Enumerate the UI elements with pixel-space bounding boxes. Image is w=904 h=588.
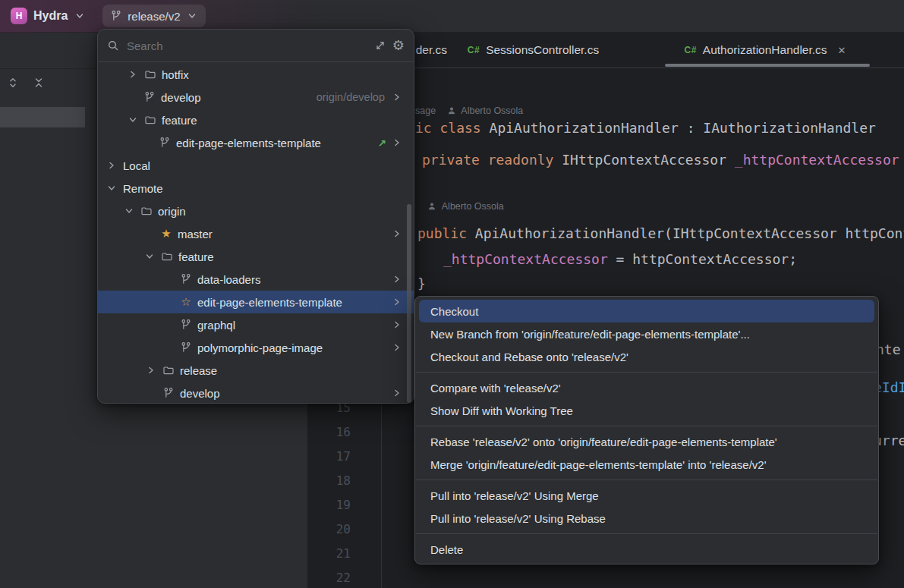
branch-row-hotfix[interactable]: hotfix bbox=[98, 63, 414, 86]
submenu-chevron-icon bbox=[391, 273, 403, 285]
submenu-chevron-icon bbox=[391, 296, 403, 308]
git-branch-icon bbox=[180, 341, 192, 354]
chevron-down-icon bbox=[106, 182, 118, 194]
person-icon bbox=[427, 202, 436, 211]
person-icon bbox=[447, 106, 456, 115]
menu-item-label: New Branch from 'origin/feature/edit-pag… bbox=[430, 328, 750, 341]
chevron-right-icon bbox=[145, 364, 157, 376]
branch-row-polymorphic-page-image[interactable]: polymorphic-page-image bbox=[98, 336, 414, 359]
branch-label: feature bbox=[162, 114, 197, 127]
tab-label: SessionsController.cs bbox=[486, 43, 599, 57]
submenu-chevron-icon bbox=[391, 387, 403, 399]
line-number: 21 bbox=[320, 546, 351, 561]
project-widget[interactable]: H Hydra bbox=[11, 8, 86, 24]
popup-scrollbar[interactable] bbox=[407, 204, 411, 403]
search-input[interactable] bbox=[125, 39, 368, 53]
branch-widget[interactable]: release/v2 bbox=[102, 5, 205, 27]
menu-item-label: Show Diff with Working Tree bbox=[430, 404, 573, 417]
left-panel-selected-row[interactable] bbox=[0, 107, 85, 127]
submenu-chevron-icon bbox=[391, 319, 403, 331]
line-number: 17 bbox=[320, 449, 351, 464]
code-line: public ApiAuthorizationHandler(IHttpCont… bbox=[417, 225, 904, 241]
project-icon: H bbox=[11, 8, 27, 24]
submenu-chevron-icon bbox=[391, 341, 403, 354]
branch-widget-label: release/v2 bbox=[128, 10, 180, 23]
branch-row-feature[interactable]: feature bbox=[98, 108, 414, 131]
branch-row-remote[interactable]: Remote bbox=[98, 177, 414, 200]
branch-row-release[interactable]: release bbox=[98, 359, 414, 382]
branch-row-graphql[interactable]: graphql bbox=[98, 313, 414, 336]
search-icon bbox=[107, 39, 119, 52]
branch-label: edit-page-elements-template bbox=[176, 137, 321, 149]
tab-sessionscontroller-cs[interactable]: C#SessionsController.cs bbox=[455, 33, 611, 68]
collapse-all-icon[interactable] bbox=[30, 74, 47, 91]
menu-separator bbox=[416, 533, 877, 534]
branch-label: Local bbox=[123, 159, 150, 172]
branch-label: polymorphic-page-image bbox=[197, 341, 323, 354]
tab-label: AuthorizationHandler.cs bbox=[703, 43, 827, 57]
star-filled-icon: ★ bbox=[160, 228, 172, 240]
branch-label: feature bbox=[178, 250, 214, 263]
menu-item-compare-with-release-v2[interactable]: Compare with 'release/v2' bbox=[415, 376, 878, 399]
menu-item-label: Pull into 'release/v2' Using Rebase bbox=[430, 512, 606, 525]
git-branch-icon bbox=[180, 273, 192, 285]
branch-row-local[interactable]: Local bbox=[98, 154, 414, 177]
chevron-down-icon bbox=[74, 10, 86, 22]
branch-label: data-loaders bbox=[197, 273, 260, 286]
branch-row-develop[interactable]: develop bbox=[98, 382, 414, 404]
branch-row-edit-page-elements-template[interactable]: ☆edit-page-elements-template bbox=[98, 291, 414, 313]
branch-row-develop[interactable]: developorigin/develop bbox=[98, 86, 414, 108]
menu-item-pull-into-release-v2-using-rebase[interactable]: Pull into 'release/v2' Using Rebase bbox=[415, 507, 878, 530]
tab-label: der.cs bbox=[416, 43, 447, 57]
code-line: nte bbox=[876, 341, 901, 357]
menu-item-delete[interactable]: Delete bbox=[415, 538, 878, 561]
ide-window: H Hydra release/v2 der.csC#SessionsContr… bbox=[0, 0, 904, 588]
chevron-right-icon bbox=[106, 159, 118, 171]
chevron-down-icon bbox=[143, 250, 156, 263]
branch-row-data-loaders[interactable]: data-loaders bbox=[98, 268, 414, 291]
menu-item-label: Compare with 'release/v2' bbox=[430, 382, 561, 395]
submenu-chevron-icon bbox=[391, 137, 403, 149]
menu-item-checkout-and-rebase-onto-release-v2[interactable]: Checkout and Rebase onto 'release/v2' bbox=[415, 345, 878, 368]
tab-authorizationhandler-cs[interactable]: C#AuthorizationHandler.cs✕ bbox=[650, 33, 880, 68]
line-number: 19 bbox=[320, 498, 351, 512]
project-name: Hydra bbox=[33, 9, 68, 23]
branch-label: edit-page-elements-template bbox=[197, 296, 342, 309]
menu-item-pull-into-release-v2-using-merge[interactable]: Pull into 'release/v2' Using Merge bbox=[415, 484, 878, 507]
menu-separator bbox=[416, 372, 877, 373]
branch-label: develop bbox=[161, 91, 201, 104]
menu-item-merge-origin-feature-edit-page-elements-template-into-release-v2[interactable]: Merge 'origin/feature/edit-page-elements… bbox=[415, 453, 878, 476]
branch-tree: hotfixdeveloporigin/developfeatureedit-p… bbox=[98, 62, 414, 404]
submenu-chevron-icon bbox=[391, 91, 403, 103]
chevron-down-icon bbox=[186, 10, 198, 22]
branch-row-edit-page-elements-template[interactable]: edit-page-elements-template↗ bbox=[98, 131, 414, 154]
folder-icon bbox=[161, 250, 173, 263]
menu-item-rebase-release-v2-onto-origin-feature-edit-page-elements-template[interactable]: Rebase 'release/v2' onto 'origin/feature… bbox=[415, 430, 878, 453]
main-toolbar: H Hydra release/v2 bbox=[0, 0, 904, 33]
folder-icon bbox=[162, 364, 175, 376]
code-line: private readonly IHttpContextAccessor _h… bbox=[422, 152, 899, 168]
menu-item-label: Pull into 'release/v2' Using Merge bbox=[430, 489, 599, 502]
gear-icon[interactable]: ⚙ bbox=[392, 39, 405, 52]
folder-icon bbox=[144, 114, 156, 126]
star-outline-icon: ☆ bbox=[180, 296, 192, 308]
branch-row-feature[interactable]: feature bbox=[98, 245, 414, 268]
collapse-diagonal-icon[interactable] bbox=[374, 39, 386, 52]
menu-item-label: Checkout and Rebase onto 'release/v2' bbox=[430, 351, 628, 363]
branch-context-menu: CheckoutNew Branch from 'origin/feature/… bbox=[414, 296, 879, 564]
submenu-chevron-icon bbox=[391, 228, 403, 240]
menu-item-show-diff-with-working-tree[interactable]: Show Diff with Working Tree bbox=[415, 399, 878, 422]
branch-row-master[interactable]: ★master bbox=[98, 222, 414, 245]
branch-row-origin[interactable]: origin bbox=[98, 200, 414, 222]
menu-item-new-branch-from-origin-feature-edit-page-elements-template[interactable]: New Branch from 'origin/feature/edit-pag… bbox=[415, 322, 878, 345]
branch-label: develop bbox=[180, 387, 220, 400]
line-number: 22 bbox=[320, 571, 351, 585]
branch-label: master bbox=[178, 228, 213, 241]
menu-item-checkout[interactable]: Checkout bbox=[419, 300, 874, 322]
menu-item-label: Rebase 'release/v2' onto 'origin/feature… bbox=[430, 435, 777, 448]
expand-all-icon[interactable] bbox=[5, 74, 21, 91]
left-panel-toolbar bbox=[5, 74, 47, 91]
folder-icon bbox=[144, 68, 156, 80]
outgoing-commits-icon: ↗ bbox=[378, 137, 386, 149]
close-icon[interactable]: ✕ bbox=[838, 45, 846, 56]
